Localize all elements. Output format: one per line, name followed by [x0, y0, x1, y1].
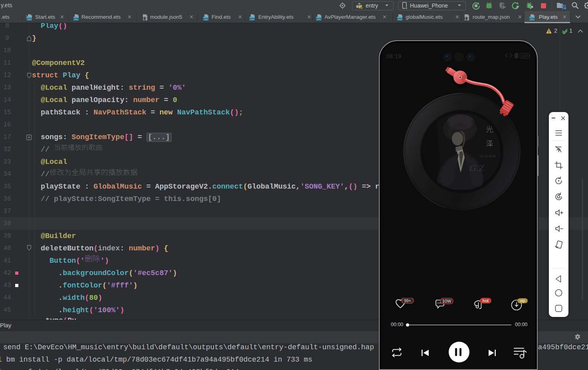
svg-text:ETS: ETS — [203, 17, 208, 20]
svg-text:1st ALBUM: 1st ALBUM — [479, 155, 496, 157]
svg-text:G.Z: G.Z — [469, 163, 484, 173]
svg-text:ETS: ETS — [529, 17, 534, 20]
svg-text:hot: hot — [483, 298, 489, 303]
svg-text:ETS: ETS — [27, 17, 32, 20]
svg-text:10W: 10W — [442, 299, 451, 303]
svg-text:vip: vip — [520, 298, 525, 303]
svg-text:ETS: ETS — [73, 17, 78, 20]
svg-text:ETS: ETS — [316, 17, 321, 20]
svg-text:99+: 99+ — [404, 299, 411, 303]
svg-text:ETS: ETS — [249, 17, 254, 20]
svg-text:{}: {} — [464, 17, 468, 21]
svg-text:{}: {} — [143, 17, 147, 21]
svg-text:ETS: ETS — [397, 17, 402, 20]
